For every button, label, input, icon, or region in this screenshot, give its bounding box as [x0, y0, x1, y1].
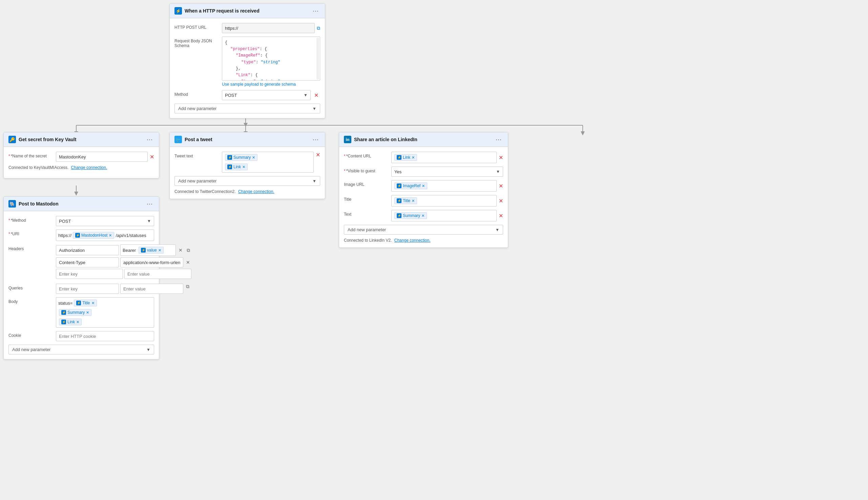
keyvault-change-connection[interactable]: Change connection. — [71, 165, 108, 170]
mastodon-cookie-input[interactable] — [56, 331, 154, 341]
keyvault-card: 🔑 Get secret from Key Vault ··· *Name of… — [3, 132, 159, 179]
content-url-link-icon: ⚡ — [397, 155, 401, 160]
body-summary-chip: ⚡ Summary ✕ — [59, 309, 91, 316]
query-copy[interactable]: ⧉ — [185, 284, 191, 294]
header1-delete[interactable]: ✕ — [177, 248, 184, 253]
body-link-icon: ⚡ — [61, 320, 66, 324]
header1-chip-remove[interactable]: ✕ — [158, 248, 161, 252]
image-url-chip-remove[interactable]: ✕ — [422, 184, 425, 188]
header3-val-input[interactable] — [124, 269, 191, 279]
query-key-input[interactable] — [56, 284, 119, 294]
mastodon-add-param-label: Add new parameter — [12, 347, 51, 352]
query-val-input[interactable] — [120, 284, 183, 294]
secret-name-label: *Name of the secret — [9, 152, 53, 158]
li-text-label: Text — [344, 210, 388, 217]
image-url-row: Image URL ⚡ ImageRef ✕ ✕ — [344, 180, 503, 192]
header3-key-input[interactable] — [56, 269, 123, 279]
visible-select[interactable]: Yes ▼ — [391, 167, 503, 177]
twitter-icon: 🐦 — [175, 136, 182, 143]
method-clear-button[interactable]: ✕ — [313, 92, 320, 99]
secret-name-clear[interactable]: ✕ — [150, 154, 154, 160]
mastodon-host-chip-remove[interactable]: ✕ — [109, 233, 112, 238]
visible-chevron: ▼ — [496, 169, 500, 174]
twitter-add-param-chevron: ▼ — [312, 179, 316, 183]
image-url-input[interactable]: ⚡ ImageRef ✕ — [391, 180, 497, 192]
keyvault-icon: 🔑 — [9, 136, 16, 143]
body-title-icon: ⚡ — [76, 300, 81, 305]
li-title-input[interactable]: ⚡ Title ✕ — [391, 195, 497, 206]
li-text-clear[interactable]: ✕ — [499, 213, 503, 219]
body-link-remove[interactable]: ✕ — [76, 320, 79, 324]
header1-bearer: Bearer — [123, 248, 136, 253]
mastodon-uri-input[interactable]: https:// ⚡ MastodonHost ✕ /api/v1/status… — [56, 229, 154, 241]
mastodon-add-param-chevron: ▼ — [146, 347, 151, 352]
add-param-label: Add new parameter — [178, 106, 216, 111]
linkedin-body: *Content URL ⚡ Link ✕ ✕ *Visible to gues… — [339, 147, 508, 248]
linkedin-connection-info: Connected to LinkedIn V2. Change connect… — [344, 238, 503, 243]
twitter-add-param[interactable]: Add new parameter ▼ — [175, 176, 320, 186]
tweet-link-remove[interactable]: ✕ — [242, 165, 245, 169]
body-link-chip: ⚡ Link ✕ — [59, 319, 82, 325]
mastodon-body-label: Body — [9, 297, 53, 304]
li-text-input[interactable]: ⚡ Summary ✕ — [391, 210, 497, 221]
schema-row: Request Body JSON Schema { "properties":… — [175, 36, 320, 87]
secret-name-input[interactable] — [56, 152, 148, 162]
json-editor[interactable]: { "properties": { "ImageRef": { "type": … — [222, 36, 320, 81]
http-add-param[interactable]: Add new parameter ▼ — [175, 104, 320, 113]
content-url-row: *Content URL ⚡ Link ✕ ✕ — [344, 152, 503, 163]
tweet-text-input[interactable]: ⚡ Summary ✕ ⚡ Link ✕ — [222, 152, 314, 173]
li-title-chip-remove[interactable]: ✕ — [412, 199, 415, 203]
mastodon-body-input[interactable]: status= ⚡ Title ✕ ⚡ Summary ✕ — [56, 297, 154, 328]
header1-key-input[interactable] — [56, 245, 119, 255]
mastodon-cookie-row: Cookie — [9, 331, 154, 341]
mastodon-uri-label: *URI — [9, 229, 53, 236]
header2-val-input[interactable] — [120, 257, 183, 268]
keyvault-header: 🔑 Get secret from Key Vault ··· — [4, 132, 159, 147]
linkedin-card: in Share an article on LinkedIn ··· *Con… — [339, 132, 508, 248]
mastodon-headers-row: Headers Bearer ⚡ value ✕ ✕ — [9, 245, 154, 280]
header1-copy[interactable]: ⧉ — [185, 248, 191, 253]
http-trigger-menu[interactable]: ··· — [311, 8, 320, 14]
sample-payload-link[interactable]: Use sample payload to generate schema — [222, 82, 296, 87]
copy-url-button[interactable]: ⧉ — [317, 25, 320, 31]
svg-marker-9 — [581, 131, 585, 135]
li-text-row: Text ⚡ Summary ✕ ✕ — [344, 210, 503, 221]
li-text-chip-remove[interactable]: ✕ — [422, 214, 424, 218]
mastodon-method-select[interactable]: POST ▼ — [56, 216, 154, 226]
http-trigger-title: When a HTTP request is received — [185, 8, 309, 13]
method-select[interactable]: POST ▼ — [222, 90, 311, 100]
linkedin-menu[interactable]: ··· — [494, 136, 503, 143]
tweet-text-clear[interactable]: ✕ — [316, 152, 320, 158]
tweet-summary-remove[interactable]: ✕ — [252, 155, 255, 160]
mastodon-menu[interactable]: ··· — [145, 201, 154, 207]
linkedin-change-connection[interactable]: Change connection. — [394, 238, 431, 243]
twitter-menu[interactable]: ··· — [311, 136, 320, 143]
method-row: Method POST ▼ ✕ — [175, 90, 320, 100]
mastodon-add-param[interactable]: Add new parameter ▼ — [9, 345, 154, 354]
keyvault-body: *Name of the secret ✕ Connected to KeyVa… — [4, 147, 159, 178]
content-url-input[interactable]: ⚡ Link ✕ — [391, 152, 497, 163]
svg-marker-11 — [74, 192, 78, 196]
twitter-title: Post a tweet — [185, 137, 309, 142]
method-value: POST — [225, 93, 237, 98]
header2-delete[interactable]: ✕ — [185, 260, 191, 265]
body-summary-remove[interactable]: ✕ — [86, 310, 89, 315]
mastodon-method-chevron: ▼ — [147, 219, 151, 224]
linkedin-add-param-label: Add new parameter — [348, 227, 386, 232]
li-title-clear[interactable]: ✕ — [499, 198, 503, 204]
content-url-link-remove[interactable]: ✕ — [412, 155, 415, 160]
header1-val-input[interactable]: Bearer ⚡ value ✕ — [120, 245, 176, 256]
keyvault-menu[interactable]: ··· — [145, 136, 154, 143]
linkedin-add-param[interactable]: Add new parameter ▼ — [344, 225, 503, 235]
image-url-clear[interactable]: ✕ — [499, 183, 503, 189]
body-title-remove[interactable]: ✕ — [91, 301, 94, 305]
twitter-change-connection[interactable]: Change connection. — [238, 189, 275, 194]
content-url-clear[interactable]: ✕ — [499, 155, 503, 161]
body-summary-icon: ⚡ — [61, 310, 66, 315]
li-title-row: Title ⚡ Title ✕ ✕ — [344, 195, 503, 206]
image-url-chip: ⚡ ImageRef ✕ — [394, 182, 427, 189]
tweet-text-row: Tweet text ⚡ Summary ✕ ⚡ — [175, 152, 320, 173]
header2-key-input[interactable] — [56, 257, 119, 268]
content-url-link-chip: ⚡ Link ✕ — [394, 154, 417, 161]
mastodon-headers-label: Headers — [9, 245, 53, 251]
